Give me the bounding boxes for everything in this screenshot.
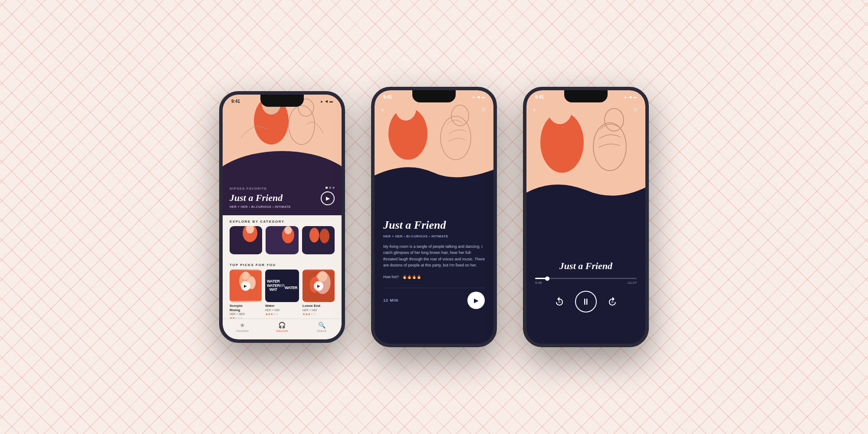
status-icons-1: ▲ ◀ ▬ — [320, 99, 333, 103]
nav-favorites-label: Favorites — [236, 329, 249, 332]
back-button[interactable]: ‹ — [381, 106, 384, 113]
play-pause-button[interactable]: ⏸ — [575, 291, 597, 312]
phone-1: 9:41 ▲ ◀ ▬ — [219, 91, 345, 343]
story-play-button[interactable]: ▶ — [467, 292, 485, 309]
status-icons-2: ▲ ◀ ▬ — [472, 95, 485, 99]
progress-thumb[interactable] — [545, 276, 549, 281]
audio-player: Just a Friend 0:45 -11:27 30 — [526, 255, 645, 319]
top-picks-label: TOP PICKS FOR YOU — [223, 259, 342, 270]
story-title-2: Just a Friend — [383, 219, 485, 232]
nav-discover[interactable]: 🎧 Discover — [262, 322, 302, 332]
nav-search-label: Search — [317, 329, 326, 332]
card-play-button[interactable]: ▶ — [321, 191, 335, 205]
pick-water[interactable]: WATERWATERWATERWATER Water HER + HIM ★★★… — [265, 270, 299, 320]
dot-1 — [326, 187, 328, 189]
pick-loose-name: Loose End — [302, 304, 335, 308]
skip-back-button[interactable]: 30 — [554, 296, 565, 307]
status-time-3: 9:41 — [535, 95, 544, 99]
status-bar-3: 9:41 ▲ ◀ ▬ — [526, 90, 645, 101]
category-heat-it-up[interactable]: Heat It Up — [230, 226, 262, 254]
category-listen-together[interactable]: Listen Together — [302, 226, 335, 254]
hot-flames: 🔥🔥🔥🔥 — [402, 275, 421, 279]
hero-illustration-1 — [223, 95, 342, 181]
status-time-2: 9:41 — [383, 95, 392, 99]
featured-card: DIPSEA FAVORITE Just a Friend HER + HER … — [223, 181, 342, 215]
favorites-icon: ★ — [240, 322, 245, 329]
favorite-button-3[interactable]: ☆ — [633, 106, 638, 113]
remaining-time: -11:27 — [627, 281, 637, 285]
back-button-3[interactable]: ‹ — [533, 106, 536, 113]
time-row: 0:45 -11:27 — [535, 281, 637, 285]
pick-water-name: Water — [265, 304, 299, 308]
water-text: WATERWATERWATERWATER — [265, 270, 299, 302]
nav-search[interactable]: 🔍 Search — [302, 322, 342, 332]
hot-rating: How hot? 🔥🔥🔥🔥 — [383, 275, 485, 279]
wifi-icon-2: ◀ — [477, 95, 480, 99]
wifi-icon: ◀ — [325, 99, 328, 103]
phone3-hero-illustration — [526, 90, 645, 255]
hot-label: How hot? — [383, 275, 399, 279]
svg-point-17 — [242, 272, 250, 279]
scorpio-play-btn[interactable]: ▶ — [241, 281, 250, 291]
pick-loose-end[interactable]: ▶ Loose End HER + HIM ★★★★★ — [302, 270, 335, 320]
loose-play-btn[interactable]: ▶ — [314, 281, 323, 291]
top-picks-row: ▶ ScorpioRising HER + HER ★★★★★ WATERWAT… — [223, 270, 342, 320]
dot-2 — [329, 187, 331, 189]
phone2-content: Just a Friend HER + HER • BI-CURIOUS • I… — [375, 212, 493, 316]
explore-label: EXPLORE BY CATEGORY — [223, 215, 342, 226]
bottom-nav: ★ Favorites 🎧 Discover 🔍 Search — [223, 319, 342, 339]
battery-icon: ▬ — [329, 99, 333, 103]
svg-rect-9 — [266, 227, 298, 253]
pick-water-tags: HER + HIM — [265, 309, 299, 312]
story-footer: 12 MIN ▶ — [383, 288, 485, 309]
categories-row: Heat It Up Feel Sexy Listen Together — [223, 226, 342, 259]
dots-indicator — [326, 187, 335, 189]
story-tags-2: HER + HER • BI-CURIOUS • INTIMATE — [383, 234, 485, 238]
dipsea-badge: DIPSEA FAVORITE — [230, 187, 335, 191]
playback-controls: 30 ⏸ 30 — [535, 291, 637, 312]
nav-discover-label: Discover — [276, 329, 288, 332]
pick-scorpio-name: ScorpioRising — [230, 304, 262, 312]
elapsed-time: 0:45 — [535, 281, 542, 285]
phone-2: 9:41 ▲ ◀ ▬ ‹ ☆ — [371, 87, 497, 347]
favorite-button[interactable]: ☆ — [481, 106, 487, 113]
pick-thumb-loose: ▶ — [302, 270, 335, 302]
nav-favorites[interactable]: ★ Favorites — [223, 322, 262, 332]
status-icons-3: ▲ ◀ ▬ — [624, 95, 637, 99]
skip-forward-button[interactable]: 30 — [607, 296, 618, 307]
status-time-1: 9:41 — [231, 99, 240, 104]
story-body-2: My living room is a tangle of people tal… — [383, 243, 485, 269]
svg-text:30: 30 — [558, 301, 561, 303]
category-feel-sexy[interactable]: Feel Sexy — [266, 226, 298, 254]
phone2-hero-illustration — [375, 90, 493, 212]
svg-text:30: 30 — [611, 301, 614, 303]
player-title: Just a Friend — [535, 260, 637, 272]
signal-icon-3: ▲ — [624, 95, 627, 99]
svg-point-21 — [318, 271, 327, 282]
status-bar-2: 9:41 ▲ ◀ ▬ — [375, 90, 493, 101]
phone-3: 9:41 ▲ ◀ ▬ ‹ ☆ — [523, 87, 649, 347]
pick-scorpio-rising[interactable]: ▶ ScorpioRising HER + HER ★★★★★ — [230, 270, 262, 320]
svg-point-13 — [309, 228, 319, 243]
svg-point-14 — [319, 229, 329, 243]
signal-icon: ▲ — [320, 99, 323, 103]
battery-icon-2: ▬ — [481, 95, 485, 99]
signal-icon-2: ▲ — [472, 95, 475, 99]
card-story-tags: HER + HER • BI-CURIOUS • INTIMATE — [230, 205, 335, 208]
status-bar-1: 9:41 ▲ ◀ ▬ — [223, 95, 342, 105]
story-duration: 12 MIN — [383, 298, 398, 302]
progress-bar[interactable] — [535, 278, 637, 279]
pick-scorpio-tags: HER + HER — [230, 312, 262, 316]
discover-icon: 🎧 — [278, 322, 286, 329]
svg-rect-12 — [302, 227, 335, 253]
search-icon: 🔍 — [318, 322, 326, 329]
pick-loose-tags: HER + HIM — [302, 309, 335, 312]
svg-point-11 — [285, 226, 292, 234]
progress-track — [535, 278, 637, 279]
pick-water-stars: ★★★★★ — [265, 312, 299, 316]
wifi-icon-3: ◀ — [629, 95, 631, 99]
pick-loose-stars: ★★★★★ — [302, 312, 335, 316]
card-story-title: Just a Friend — [230, 192, 335, 204]
dot-3 — [332, 187, 335, 189]
battery-icon-3: ▬ — [633, 95, 637, 99]
